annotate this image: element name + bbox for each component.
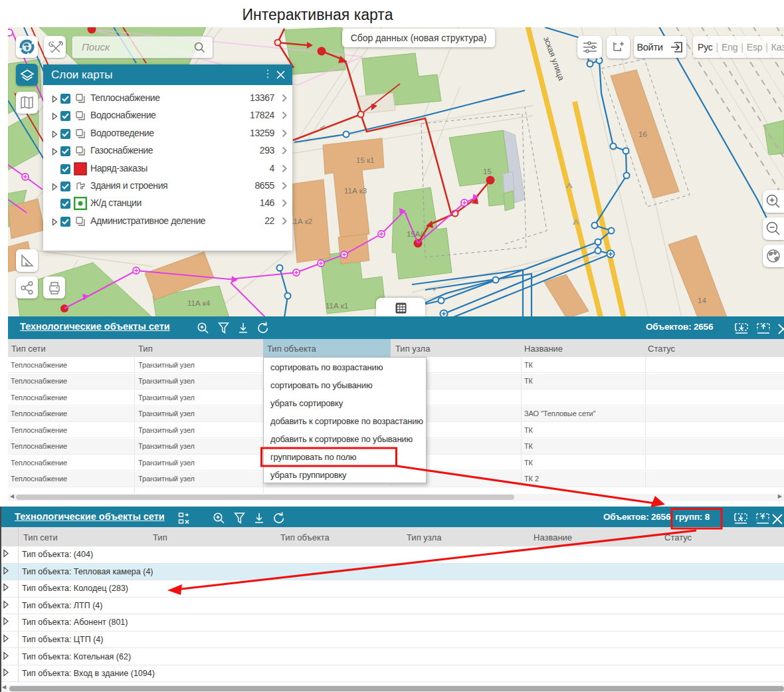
svg-text:15А/1: 15А/1 xyxy=(407,230,427,238)
svg-text:15 к1: 15 к1 xyxy=(356,156,374,164)
svg-text:11А к2: 11А к2 xyxy=(290,217,312,225)
svg-text:11А к4: 11А к4 xyxy=(187,299,211,307)
svg-text:11А к1: 11А к1 xyxy=(326,302,348,310)
svg-text:11А к3: 11А к3 xyxy=(344,187,367,195)
svg-text:14: 14 xyxy=(698,296,706,304)
svg-text:16: 16 xyxy=(638,130,647,138)
svg-text:15: 15 xyxy=(483,168,492,175)
